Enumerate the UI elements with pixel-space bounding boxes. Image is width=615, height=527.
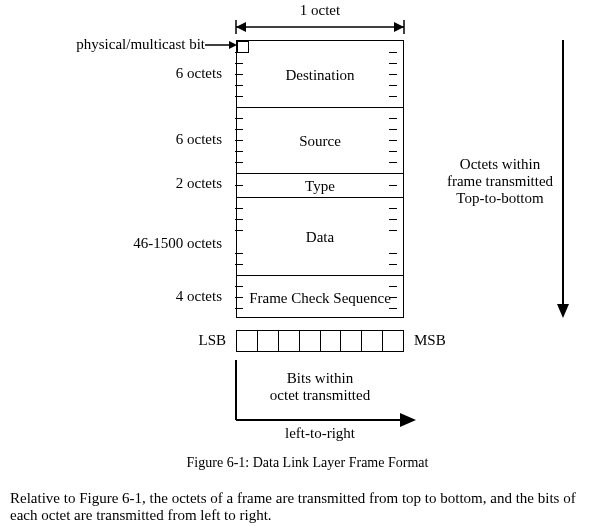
seg-destination: Destination: [237, 67, 403, 84]
size-data: 46-1500 octets: [133, 235, 222, 252]
svg-marker-1: [236, 22, 246, 32]
right-note-1: Octets within: [460, 156, 540, 173]
right-note-3: Top-to-bottom: [456, 190, 543, 207]
bits-note-3: left-to-right: [285, 425, 355, 442]
bits-note-1: Bits within: [287, 370, 353, 387]
svg-marker-11: [400, 413, 416, 427]
right-note-2: frame transmitted: [447, 173, 553, 190]
size-source: 6 octets: [176, 131, 222, 148]
svg-marker-8: [557, 304, 569, 318]
figure-caption: Figure 6-1: Data Link Layer Frame Format: [187, 455, 429, 471]
lsb-label: LSB: [198, 332, 226, 349]
octet-box: [236, 330, 404, 352]
seg-source: Source: [237, 133, 403, 150]
size-fcs: 4 octets: [176, 288, 222, 305]
svg-marker-2: [394, 22, 404, 32]
pm-label: physical/multicast bit: [76, 36, 205, 53]
msb-label: MSB: [414, 332, 446, 349]
size-type: 2 octets: [176, 175, 222, 192]
seg-type: Type: [237, 178, 403, 195]
pm-arrow: [205, 40, 237, 50]
vertical-arrow: [556, 40, 570, 318]
size-destination: 6 octets: [176, 65, 222, 82]
frame-box: Destination Source Type Data Frame Check…: [236, 40, 404, 318]
seg-fcs: Frame Check Sequence: [237, 290, 403, 307]
seg-data: Data: [237, 229, 403, 246]
body-paragraph: Relative to Figure 6-1, the octets of a …: [10, 490, 605, 524]
width-arrow: [236, 20, 404, 34]
bits-note-2: octet transmitted: [270, 387, 370, 404]
width-label: 1 octet: [300, 2, 340, 19]
